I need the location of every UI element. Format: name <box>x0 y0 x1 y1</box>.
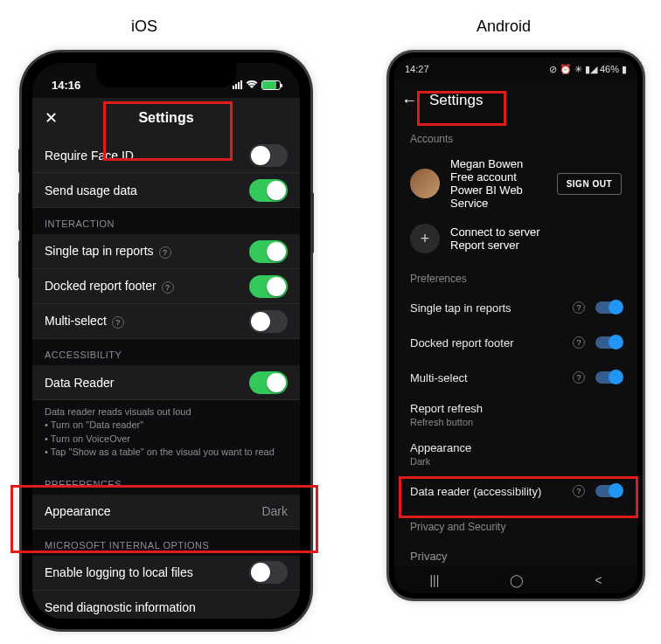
android-title-bar: ← Settings <box>394 80 637 121</box>
info-icon[interactable]: ? <box>162 281 174 294</box>
appearance-value: Dark <box>410 456 622 467</box>
toggle-docked-footer[interactable] <box>595 336 622 349</box>
iphone-notch <box>96 63 236 87</box>
row-require-faceid[interactable]: Require Face ID <box>32 138 300 173</box>
toggle-send-usage[interactable] <box>249 179 288 202</box>
row-label: Send diagnostic information <box>45 600 288 614</box>
row-data-reader[interactable]: Data reader (accessibility) ? <box>394 474 637 509</box>
page-title: Settings <box>429 92 483 109</box>
android-device-frame: 14:27 ⊘ ⏰ ✳ ▮◢ 46% ▮ ← Settings Accounts… <box>389 52 643 599</box>
ios-title-bar: ✕ Settings <box>32 98 300 138</box>
toggle-data-reader[interactable] <box>249 371 288 394</box>
row-multi-select[interactable]: Multi-select? <box>32 304 300 339</box>
row-docked-footer[interactable]: Docked report footer ? <box>394 325 637 360</box>
section-internal: MICROSOFT INTERNAL OPTIONS <box>32 530 300 556</box>
row-label: Require Face ID <box>45 149 249 163</box>
toggle-enable-logging[interactable] <box>249 561 288 584</box>
info-icon[interactable]: ? <box>573 301 585 314</box>
info-icon[interactable]: ? <box>159 246 171 259</box>
row-data-reader[interactable]: Data Reader <box>32 365 300 400</box>
section-interaction: INTERACTION <box>32 208 300 234</box>
row-appearance[interactable]: Appearance Dark <box>394 434 637 474</box>
section-accounts: Accounts <box>394 121 637 150</box>
back-arrow-icon[interactable]: ← <box>401 92 417 110</box>
recents-icon[interactable]: ||| <box>429 573 439 587</box>
toggle-docked-footer[interactable] <box>249 275 288 298</box>
appearance-value: Dark <box>261 504 288 518</box>
info-icon[interactable]: ? <box>573 336 585 349</box>
row-send-diag[interactable]: Send diagnostic information <box>32 591 300 619</box>
sign-out-button[interactable]: SIGN OUT <box>557 173 622 195</box>
row-label: Report refresh <box>410 402 622 415</box>
row-label: Send usage data <box>45 184 249 197</box>
section-preferences: PREFERENCES <box>32 468 300 495</box>
ios-time: 14:16 <box>52 79 80 92</box>
section-preferences: Preferences <box>394 260 637 290</box>
row-label: Single tap in reports? <box>45 244 249 259</box>
account-name: Megan Bowen <box>450 157 546 170</box>
close-icon[interactable]: ✕ <box>45 108 58 128</box>
row-label: Multi-select <box>410 371 567 384</box>
toggle-multi-select[interactable] <box>595 371 622 384</box>
row-send-usage[interactable]: Send usage data <box>32 173 300 208</box>
data-reader-hint: Data reader reads visuals out loud • Tur… <box>32 400 300 468</box>
row-label: Single tap in reports <box>410 301 567 315</box>
row-label: Data reader (accessibility) <box>410 485 567 498</box>
row-report-refresh[interactable]: Report refresh Refresh button <box>394 395 637 434</box>
toggle-single-tap[interactable] <box>249 240 288 263</box>
row-single-tap[interactable]: Single tap in reports? <box>32 234 300 269</box>
section-privacy: Privacy and Security <box>394 509 637 538</box>
battery-icon <box>261 80 281 90</box>
toggle-data-reader[interactable] <box>595 485 622 497</box>
row-appearance[interactable]: Appearance Dark <box>32 495 300 530</box>
row-label: Docked report footer? <box>45 279 249 294</box>
android-time: 14:27 <box>405 64 429 74</box>
row-privacy[interactable]: Privacy <box>394 538 637 567</box>
wifi-icon <box>246 80 258 89</box>
info-icon[interactable]: ? <box>112 316 124 329</box>
row-label: Enable logging to local files <box>45 565 249 579</box>
toggle-multi-select[interactable] <box>249 310 288 333</box>
row-docked-footer[interactable]: Docked report footer? <box>32 269 300 304</box>
toggle-require-faceid[interactable] <box>249 144 288 167</box>
avatar <box>410 169 440 198</box>
toggle-single-tap[interactable] <box>595 301 622 314</box>
connect-sub: Report server <box>450 239 622 252</box>
android-label: Android <box>477 17 531 36</box>
back-icon[interactable]: < <box>595 573 602 587</box>
ios-label: iOS <box>131 17 157 36</box>
info-icon[interactable]: ? <box>573 371 585 384</box>
account-row[interactable]: Megan Bowen Free account Power BI Web Se… <box>394 150 637 217</box>
row-label: Multi-select? <box>45 314 249 329</box>
row-label: Data Reader <box>45 376 249 390</box>
row-sub: Refresh button <box>410 417 622 427</box>
android-nav-bar: ||| ◯ < <box>394 567 637 593</box>
row-enable-logging[interactable]: Enable logging to local files <box>32 556 300 591</box>
row-label: Docked report footer <box>410 336 567 350</box>
page-title: Settings <box>138 110 193 126</box>
android-status-icons: ⊘ ⏰ ✳ ▮◢ 46% ▮ <box>549 64 627 75</box>
iphone-device-frame: 14:16 ✕ Settings Require Face ID Send us… <box>22 52 310 629</box>
connect-server-row[interactable]: + Connect to server Report server <box>394 217 637 260</box>
account-sub: Free account <box>450 170 546 184</box>
home-icon[interactable]: ◯ <box>510 573 524 587</box>
account-sub: Power BI Web Service <box>450 184 546 210</box>
plus-icon: + <box>410 224 440 253</box>
row-label: Appearance <box>45 504 261 518</box>
connect-label: Connect to server <box>450 225 622 239</box>
row-single-tap[interactable]: Single tap in reports ? <box>394 290 637 325</box>
row-label: Privacy <box>410 550 622 563</box>
info-icon[interactable]: ? <box>573 485 585 497</box>
row-multi-select[interactable]: Multi-select ? <box>394 360 637 395</box>
signal-icon <box>233 80 242 89</box>
section-accessibility: ACCESSIBILITY <box>32 339 300 365</box>
row-label: Appearance <box>410 441 622 454</box>
android-status-bar: 14:27 ⊘ ⏰ ✳ ▮◢ 46% ▮ <box>394 58 637 80</box>
